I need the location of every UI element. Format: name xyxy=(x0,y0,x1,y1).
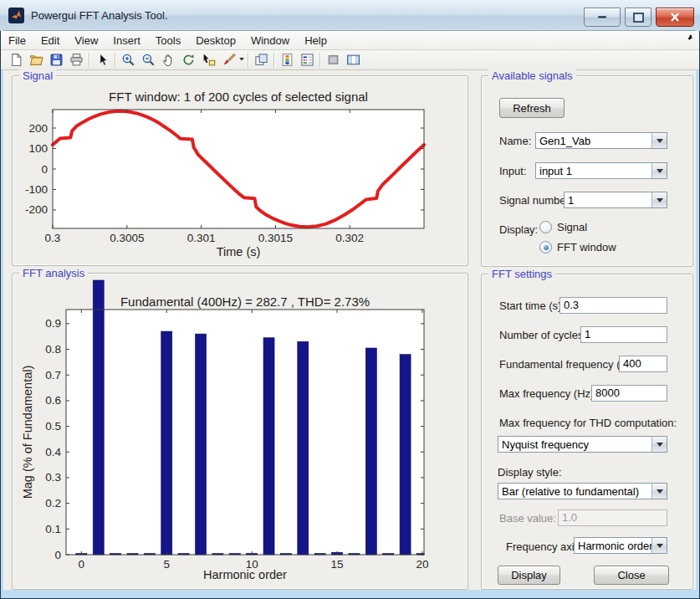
signal-number-dropdown-value: 1 xyxy=(565,192,651,207)
menu-item-file[interactable]: File xyxy=(1,33,33,49)
signal-number-dropdown[interactable]: 1 xyxy=(564,192,667,208)
svg-text:0.1: 0.1 xyxy=(45,523,61,535)
svg-text:0.6: 0.6 xyxy=(45,394,61,407)
cycles-input[interactable]: 1 xyxy=(580,326,667,343)
thd-frequency-dropdown-arrow[interactable] xyxy=(651,437,667,452)
frequency-axis-dropdown-arrow[interactable] xyxy=(651,538,667,553)
fft-bar-h1 xyxy=(93,280,104,555)
print-icon[interactable] xyxy=(66,51,86,69)
name-dropdown-arrow[interactable] xyxy=(651,133,667,148)
menu-item-edit[interactable]: Edit xyxy=(33,33,67,49)
link-plot-icon[interactable] xyxy=(251,51,271,69)
display-label: Display: xyxy=(499,223,538,236)
toolbar-separator xyxy=(115,53,115,68)
svg-text:FFT window: 1 of 200 cycles of: FFT window: 1 of 200 cycles of selected … xyxy=(109,90,368,104)
svg-text:Fundamental (400Hz) = 282.7 ,: Fundamental (400Hz) = 282.7 , THD= 2.73% xyxy=(120,294,370,309)
thd-frequency-label: Max frequency for THD computation: xyxy=(499,417,677,429)
start-time-input[interactable]: 0.3 xyxy=(559,297,667,314)
insert-colorbar-icon[interactable] xyxy=(277,51,297,69)
svg-text:-100: -100 xyxy=(25,183,48,196)
max-frequency-input[interactable]: 8000 xyxy=(591,385,667,402)
radio-signal[interactable]: Signal xyxy=(539,221,587,233)
svg-text:15: 15 xyxy=(331,558,344,571)
menu-item-window[interactable]: Window xyxy=(243,33,297,49)
frequency-axis-dropdown-value: Harmonic order xyxy=(575,538,651,553)
svg-text:-200: -200 xyxy=(25,203,48,216)
show-plot-tools-icon[interactable] xyxy=(343,51,363,69)
svg-text:Time (s): Time (s) xyxy=(217,245,261,259)
open-folder-icon[interactable] xyxy=(26,51,46,69)
brush-dropdown-caret-icon[interactable] xyxy=(238,52,245,69)
thd-frequency-dropdown[interactable]: Nyquist frequency xyxy=(498,436,667,453)
menu-item-desktop[interactable]: Desktop xyxy=(188,33,243,49)
svg-text:0.2: 0.2 xyxy=(45,497,61,509)
name-dropdown[interactable]: Gen1_Vab xyxy=(535,132,667,149)
refresh-button[interactable]: Refresh xyxy=(499,98,565,118)
svg-text:0: 0 xyxy=(41,163,48,176)
fft-bar-h17 xyxy=(365,348,376,555)
chevron-down-icon xyxy=(657,198,663,206)
signal-number-dropdown-arrow[interactable] xyxy=(651,192,667,207)
minimize-button[interactable] xyxy=(584,8,621,27)
window-title: Powergui FFT Analysis Tool. xyxy=(31,9,168,22)
toolbar-separator xyxy=(248,53,248,68)
menu-item-help[interactable]: Help xyxy=(297,33,335,49)
display-style-dropdown-arrow[interactable] xyxy=(651,484,667,499)
radio-fft-window[interactable]: FFT window xyxy=(539,241,616,253)
data-cursor-icon[interactable] xyxy=(198,51,218,69)
svg-text:20: 20 xyxy=(416,558,428,571)
window-frame-right xyxy=(696,30,699,590)
dock-arrow-icon[interactable] xyxy=(682,33,692,46)
zoom-out-icon[interactable] xyxy=(138,51,158,69)
close-button[interactable] xyxy=(656,8,694,27)
matlab-app-icon xyxy=(8,8,24,23)
menu-item-insert[interactable]: Insert xyxy=(105,33,148,49)
svg-text:0.3: 0.3 xyxy=(45,232,61,244)
fft-bar-h5 xyxy=(161,331,172,555)
radio-button[interactable] xyxy=(539,241,552,253)
svg-text:0: 0 xyxy=(79,558,85,571)
matlab-logo-icon xyxy=(11,10,22,21)
svg-text:0.301: 0.301 xyxy=(187,232,216,244)
close-dialog-button[interactable]: Close xyxy=(594,566,669,585)
chevron-down-icon xyxy=(657,139,663,146)
menu-bar: FileEditViewInsertToolsDesktopWindowHelp xyxy=(1,31,699,50)
chevron-down-icon xyxy=(657,544,663,551)
input-dropdown[interactable]: input 1 xyxy=(535,162,667,179)
thd-frequency-dropdown-value: Nyquist frequency xyxy=(498,437,651,452)
hide-plot-tools-icon[interactable] xyxy=(323,51,343,69)
toolbar xyxy=(1,50,699,70)
display-style-dropdown-value: Bar (relative to fundamental) xyxy=(498,484,651,499)
zoom-in-icon[interactable] xyxy=(118,51,138,69)
new-document-icon[interactable] xyxy=(6,51,26,69)
svg-text:0.9: 0.9 xyxy=(45,317,61,330)
chevron-down-icon xyxy=(657,489,663,497)
radio-button[interactable] xyxy=(539,221,552,233)
base-value-label: Base value: xyxy=(499,512,556,525)
pan-icon[interactable] xyxy=(158,51,178,69)
svg-text:200: 200 xyxy=(28,122,48,135)
menu-item-view[interactable]: View xyxy=(67,33,105,49)
svg-text:100: 100 xyxy=(28,142,48,155)
svg-text:Mag (% of Fundamental): Mag (% of Fundamental) xyxy=(21,366,34,499)
insert-legend-icon[interactable] xyxy=(297,51,317,69)
brush-icon[interactable] xyxy=(218,51,238,69)
fundamental-input[interactable]: 400 xyxy=(619,356,667,372)
title-bar[interactable]: Powergui FFT Analysis Tool. xyxy=(0,0,700,31)
save-icon[interactable] xyxy=(46,51,66,69)
frequency-axis-dropdown[interactable]: Harmonic order xyxy=(574,537,667,554)
rotate-3d-icon[interactable] xyxy=(178,51,198,69)
svg-text:0.5: 0.5 xyxy=(45,420,61,433)
chevron-down-icon xyxy=(657,443,663,450)
input-dropdown-arrow[interactable] xyxy=(651,163,667,178)
restore-icon xyxy=(633,13,644,23)
fft-settings-groupbox-title: FFT settings xyxy=(488,268,555,280)
menu-item-tools[interactable]: Tools xyxy=(148,33,188,49)
display-style-dropdown[interactable]: Bar (relative to fundamental) xyxy=(498,483,667,499)
restore-button[interactable] xyxy=(625,8,651,27)
pointer-icon[interactable] xyxy=(92,51,112,69)
name-dropdown-value: Gen1_Vab xyxy=(536,133,651,148)
toolbar-separator xyxy=(89,53,89,68)
display-button[interactable]: Display xyxy=(498,566,560,585)
toolbar-separator xyxy=(273,53,274,68)
